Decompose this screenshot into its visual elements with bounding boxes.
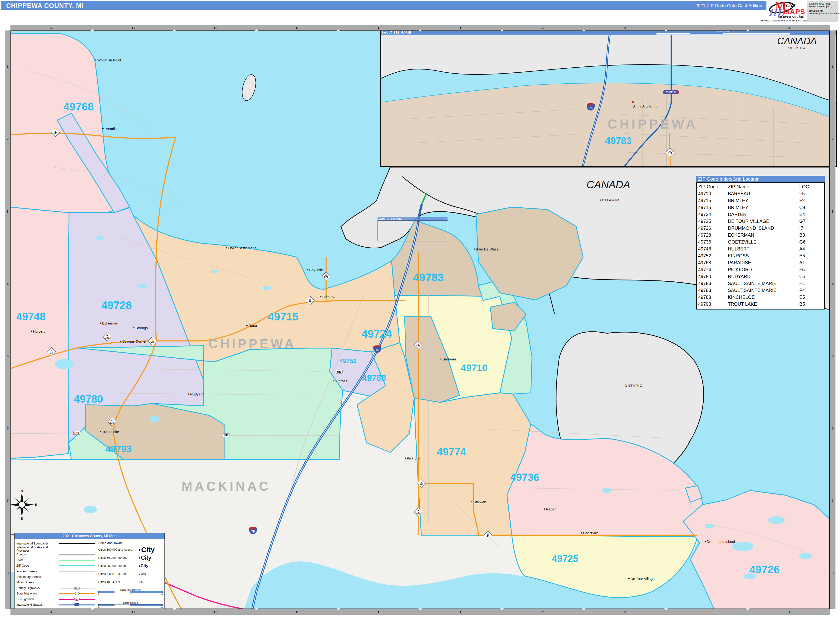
legend-item: State Highways 123 (16, 591, 95, 597)
grid-letter: J (748, 25, 830, 30)
zip-name-cell: PARADISE (728, 259, 799, 266)
legend-city-sample: City (139, 546, 155, 554)
inset-city-sault-ste-marie: Sault Ste Marie (633, 105, 658, 109)
state-hwy-123-shield: M123 (52, 129, 59, 136)
zip-loc-cell: F2 (799, 197, 818, 204)
zip-code-cell: 49788 (698, 294, 728, 301)
zip-name-cell: RUDYARD (728, 273, 799, 280)
city-label: Brimley (322, 295, 334, 299)
city-dot-sample (139, 549, 140, 551)
grid-letter: I (666, 609, 748, 615)
state-hwy-129-shield: M129 (415, 508, 422, 516)
grid-letter: C (174, 25, 256, 30)
inset-zip-label-49783: 49783 (605, 136, 631, 146)
zip-loc-cell: C4 (799, 204, 818, 211)
grid-number: 3 (830, 175, 836, 248)
city-dot (133, 327, 135, 329)
city-dot (307, 269, 308, 271)
legend-item-label: International Boundaries (16, 542, 59, 545)
inset-75-spur-shield: 75-SPUR (663, 90, 679, 94)
zip-label-49724: 49724 (362, 327, 392, 340)
scale-label: Scale in Kilometers (98, 589, 163, 591)
legend-item-label: US Highways (16, 598, 59, 601)
zip-loc-cell: E5 (799, 253, 818, 259)
inset-scale-tick: 3 (789, 34, 790, 36)
grid-number: 7 (830, 465, 836, 537)
zip-loc-cell: A4 (799, 245, 818, 253)
city-label: Baie De Wasai (476, 247, 499, 251)
state-hwy-28-shield: M28 (149, 337, 156, 344)
zip-code-cell: 49752 (698, 253, 728, 259)
legend-city-classes: Cities 100,000 and Above City Cities 50,… (98, 546, 163, 586)
legend-item: Minor Streets (16, 580, 95, 585)
city-label: Sault Ste Marie (633, 105, 658, 109)
grid-letter: E (338, 609, 420, 615)
grid-letters-bottom: ABCDEFGHIJ (10, 609, 830, 615)
zip-loc-cell: G6 (799, 239, 818, 245)
legend-item: Secondary Streets (16, 574, 95, 580)
grid-letter: E (338, 25, 420, 30)
inset-title-bar: SAULT STE MARIE Scale in Miles 03 (380, 30, 837, 35)
grid-letter: G (502, 25, 584, 30)
inset-canada-label: CANADA (777, 36, 817, 46)
zip-code-cell: 49710 (698, 190, 728, 197)
zip-index-rows: 49710 BARBEAU F5 49715 BRIMLEY F2 49715 … (698, 190, 824, 308)
zip-index-row: 49774 PICKFORD F5 (698, 266, 824, 273)
zip-name-cell: BRIMLEY (728, 197, 799, 204)
zip-code-cell: 49768 (698, 259, 728, 266)
zip-label-49736: 49736 (510, 471, 540, 483)
city-whitefish-point: Whitefish Point (95, 58, 121, 62)
city-dot (31, 331, 32, 332)
legend-item-label: Interstate Highways (16, 603, 59, 606)
city-eckerman: Eckerman (100, 321, 118, 325)
city-dot (120, 341, 121, 342)
zip-index-column: ZIP Name (728, 183, 799, 190)
legend-item: US Highways 123 (16, 597, 95, 602)
city-raco: Raco (247, 323, 257, 327)
legend-item: County Highways 123 (16, 585, 95, 591)
zip-index-title: ZIP Code Index/Grid Locator (696, 176, 825, 182)
city-dot (100, 431, 101, 432)
zip-code-cell: 49780 (698, 273, 728, 280)
legend-item-label: County Highways (16, 586, 59, 590)
zip-loc-cell: F4 (799, 287, 818, 294)
city-dot (226, 247, 227, 248)
legend-shield-chip: 123 (74, 587, 79, 589)
city-dot (405, 458, 406, 459)
scale-tick: 6 (161, 593, 163, 595)
zip-name-cell: BARBEAU (728, 190, 799, 197)
city-dollar-settlement: Dollar Settlement (226, 246, 256, 250)
grid-numbers-right: 12345678 (830, 30, 836, 609)
zip-label-49774: 49774 (437, 446, 466, 458)
legend-item-label: Minor Streets (16, 581, 59, 584)
zip-code-cell: 49793 (698, 301, 728, 308)
city-label: Whitefish Point (97, 58, 121, 62)
grid-letter: A (10, 25, 92, 30)
zip-label-49788: 49788 (362, 373, 386, 383)
city-label: Strongs (135, 326, 148, 330)
legend-item: State (16, 557, 95, 563)
legend-item-label: State (16, 559, 59, 562)
legend-city-label: Cities 25,000 - 49,999 (98, 564, 139, 568)
zip-name-cell: SAULT SAINTE MARIE (728, 287, 799, 294)
city-rudyard: Rudyard (188, 392, 204, 396)
city-stalwart: Stalwart (471, 500, 486, 504)
grid-number: 5 (5, 320, 10, 392)
grid-number: 8 (5, 537, 10, 609)
zip-name-cell: PICKFORD (728, 266, 799, 273)
grid-number: 7 (5, 465, 10, 537)
grid-letter: J (748, 609, 830, 615)
zip-name-cell: DRUMMOND ISLAND (728, 225, 799, 232)
zip-loc-cell: E4 (799, 211, 818, 218)
city-dot (471, 501, 472, 502)
inset-state-hwy-129-shield: M129 (667, 149, 674, 156)
legend-item: Interstate Highways 123 (16, 602, 95, 607)
zip-code-cell: 49726 (698, 225, 728, 232)
city-dot (102, 128, 103, 129)
inset-county-label-chippewa: CHIPPEWA (608, 116, 698, 132)
city-paradise: Paradise (102, 127, 118, 131)
legend-item: Primary Streets (16, 568, 95, 574)
coverage-box (378, 220, 448, 241)
grid-letter: A (10, 609, 92, 615)
scale-miles: Scale in Miles 0 3 6 (98, 602, 163, 609)
